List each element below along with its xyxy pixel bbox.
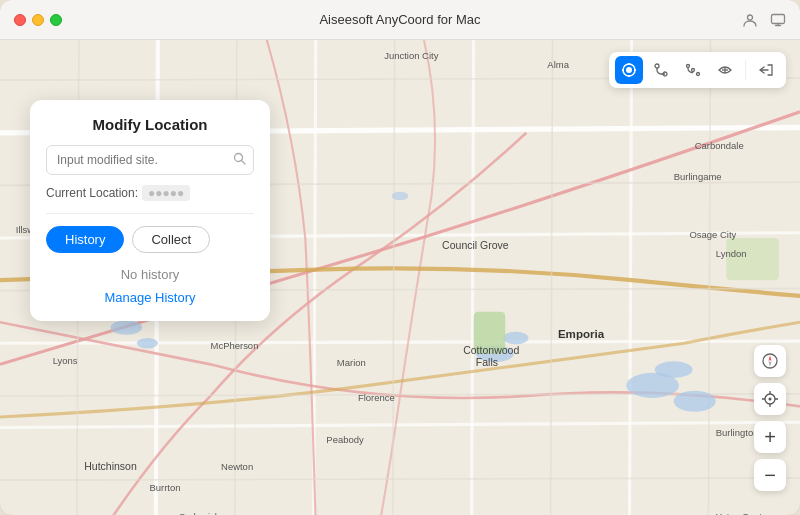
app-title: Aiseesoft AnyCoord for Mac — [319, 12, 480, 27]
tab-row: History Collect — [46, 226, 254, 253]
svg-text:Lyons: Lyons — [53, 355, 78, 366]
svg-text:Osage City: Osage City — [689, 229, 736, 240]
svg-text:Burrton: Burrton — [149, 482, 180, 493]
panel-divider — [46, 213, 254, 214]
titlebar-actions — [742, 12, 786, 28]
svg-marker-68 — [769, 355, 772, 361]
svg-text:Falls: Falls — [476, 356, 498, 368]
svg-line-10 — [629, 40, 631, 515]
svg-text:Newton: Newton — [221, 461, 253, 472]
panel-title: Modify Location — [46, 116, 254, 133]
svg-point-60 — [655, 64, 659, 68]
map-controls: + − — [754, 345, 786, 491]
exit-button[interactable] — [752, 56, 780, 84]
svg-text:Alma: Alma — [547, 59, 569, 70]
svg-text:Burlington: Burlington — [716, 427, 759, 438]
collect-tab[interactable]: Collect — [132, 226, 210, 253]
search-input[interactable] — [46, 145, 254, 175]
svg-point-54 — [626, 67, 632, 73]
svg-point-27 — [674, 391, 716, 412]
svg-point-71 — [769, 398, 772, 401]
svg-rect-30 — [726, 238, 779, 280]
monitor-icon[interactable] — [770, 12, 786, 28]
jump-button[interactable] — [711, 56, 739, 84]
user-icon[interactable] — [742, 12, 758, 28]
zoom-out-button[interactable]: − — [754, 459, 786, 491]
titlebar: Aiseesoft AnyCoord for Mac — [0, 0, 800, 40]
maximize-button[interactable] — [50, 14, 62, 26]
svg-point-62 — [687, 65, 690, 68]
svg-text:Sedgwick: Sedgwick — [179, 511, 220, 515]
svg-text:Emporia: Emporia — [558, 328, 605, 340]
map-toolbar — [609, 52, 786, 88]
manage-history-link[interactable]: Manage History — [46, 290, 254, 305]
no-history-text: No history — [46, 267, 254, 282]
search-wrapper — [46, 145, 254, 175]
modify-location-panel: Modify Location Current Location: ●●●●● … — [30, 100, 270, 321]
svg-marker-69 — [769, 361, 772, 367]
svg-text:Burlingame: Burlingame — [674, 171, 722, 182]
svg-text:Lyndon: Lyndon — [716, 248, 747, 259]
svg-text:Yates Center: Yates Center — [716, 511, 771, 515]
svg-text:Carbondale: Carbondale — [695, 140, 744, 151]
multi-stop-button[interactable] — [679, 56, 707, 84]
locate-tool-button[interactable] — [615, 56, 643, 84]
minimize-button[interactable] — [32, 14, 44, 26]
svg-point-26 — [655, 361, 693, 378]
svg-text:Peabody: Peabody — [326, 434, 364, 445]
svg-point-0 — [748, 15, 753, 20]
route-tool-button[interactable] — [647, 56, 675, 84]
svg-point-28 — [392, 192, 409, 200]
svg-text:Hutchinson: Hutchinson — [84, 460, 137, 472]
svg-line-77 — [242, 161, 246, 165]
svg-text:Marion: Marion — [337, 357, 366, 368]
close-button[interactable] — [14, 14, 26, 26]
compass-button[interactable] — [754, 345, 786, 377]
svg-text:Cottonwood: Cottonwood — [463, 344, 519, 356]
toolbar-divider — [745, 60, 746, 80]
zoom-in-button[interactable]: + — [754, 421, 786, 453]
current-location-row: Current Location: ●●●●● — [46, 185, 254, 201]
svg-point-64 — [697, 73, 700, 76]
svg-point-24 — [137, 338, 158, 349]
svg-point-22 — [503, 332, 528, 345]
svg-point-23 — [111, 320, 143, 335]
svg-line-9 — [472, 40, 474, 515]
app-window: Aiseesoft AnyCoord for Mac — [0, 0, 800, 515]
svg-text:McPherson: McPherson — [211, 340, 259, 351]
current-location-label: Current Location: — [46, 186, 138, 200]
current-location-value: ●●●●● — [142, 185, 190, 201]
traffic-lights — [14, 14, 62, 26]
svg-point-63 — [692, 69, 695, 72]
svg-rect-1 — [772, 14, 785, 23]
svg-text:Council Grove: Council Grove — [442, 239, 509, 251]
map-container[interactable]: Junction City Alma Abilene Carbondale Bu… — [0, 40, 800, 515]
svg-text:Junction City: Junction City — [384, 50, 438, 61]
history-tab[interactable]: History — [46, 226, 124, 253]
search-icon — [233, 152, 246, 168]
crosshair-button[interactable] — [754, 383, 786, 415]
svg-text:Florence: Florence — [358, 392, 395, 403]
